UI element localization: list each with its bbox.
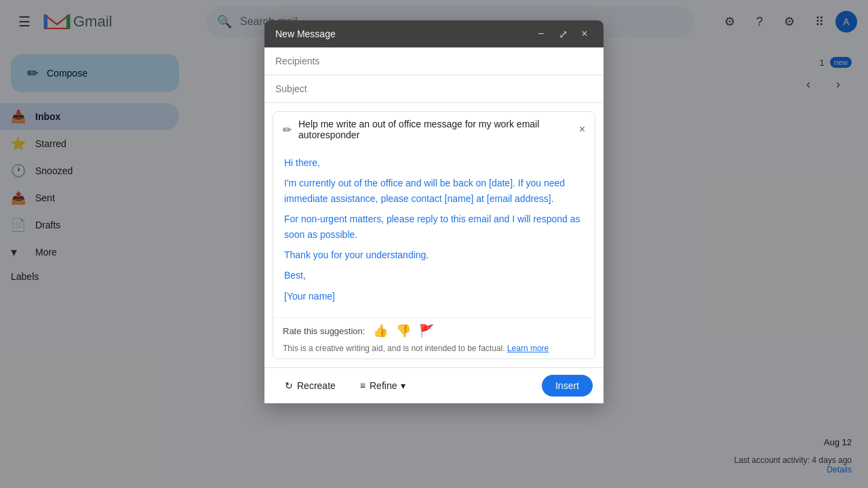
disclaimer: This is a creative writing aid, and is n… (283, 344, 585, 353)
recreate-button[interactable]: ↻ Recreate (275, 375, 345, 396)
ai-closing: Best, (284, 268, 584, 283)
insert-label: Insert (555, 380, 579, 391)
dialog-title: New Message (275, 28, 336, 39)
subject-input[interactable] (275, 78, 593, 100)
ai-prompt-text: Help me write an out of office message f… (298, 119, 572, 140)
minimize-button[interactable]: − (533, 26, 549, 42)
recipients-row (264, 47, 604, 75)
refine-button[interactable]: ≡ Refine ▾ (351, 375, 416, 396)
ai-close-button[interactable]: × (579, 123, 585, 136)
ai-content: Hi there, I'm currently out of the offic… (273, 147, 595, 317)
expand-button[interactable]: ⤢ (555, 26, 571, 42)
dialog-toolbar: ↻ Recreate ≡ Refine ▾ Insert (264, 367, 604, 403)
learn-more-link[interactable]: Learn more (507, 344, 549, 353)
subject-row (264, 75, 604, 103)
refine-arrow-icon: ▾ (401, 380, 406, 391)
recreate-label: Recreate (297, 380, 336, 391)
insert-button[interactable]: Insert (542, 375, 593, 396)
dialog-header: New Message − ⤢ × (264, 20, 604, 47)
ai-suggestion-box: ✏ Help me write an out of office message… (273, 111, 595, 359)
new-message-dialog: New Message − ⤢ × ✏ Help me write an out… (264, 20, 604, 403)
thumbs-up-button[interactable]: 👍 (373, 323, 388, 338)
ai-line1: I'm currently out of the office and will… (284, 176, 584, 206)
flag-button[interactable]: 🚩 (419, 323, 434, 338)
ai-line3: Thank you for your understanding. (284, 247, 584, 262)
ai-line2: For non-urgent matters, please reply to … (284, 211, 584, 242)
ai-footer: Rate this suggestion: 👍 👎 🚩 This is a cr… (273, 317, 595, 359)
rate-row: Rate this suggestion: 👍 👎 🚩 (283, 323, 585, 338)
close-button[interactable]: × (576, 26, 593, 42)
ai-signature: [Your name] (284, 289, 584, 304)
recipients-input[interactable] (275, 50, 593, 72)
rate-label: Rate this suggestion: (283, 326, 365, 336)
recreate-icon: ↻ (285, 380, 293, 391)
refine-icon: ≡ (360, 380, 366, 391)
ai-suggestion-header: ✏ Help me write an out of office message… (273, 112, 595, 147)
ai-pencil-icon: ✏ (283, 123, 292, 136)
dialog-controls: − ⤢ × (533, 26, 593, 42)
ai-greeting: Hi there, (284, 155, 584, 170)
refine-label: Refine (370, 380, 397, 391)
thumbs-down-button[interactable]: 👎 (396, 323, 411, 338)
